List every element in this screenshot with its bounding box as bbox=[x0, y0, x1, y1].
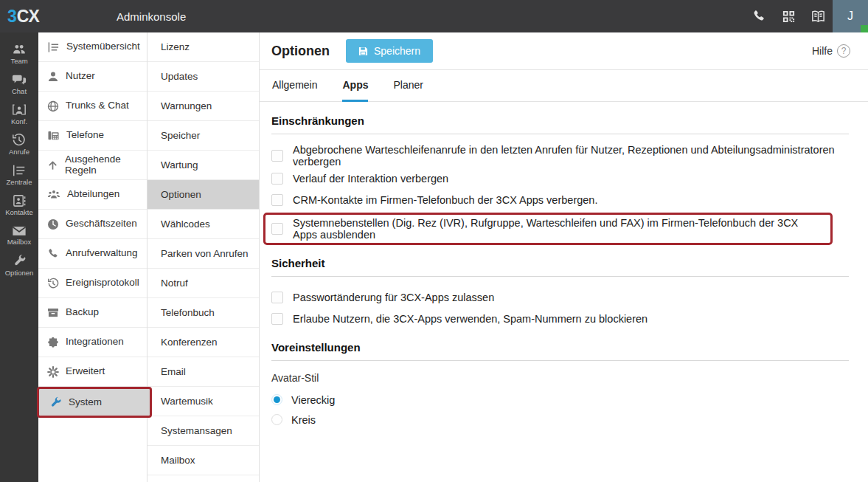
checkbox-allow-password-change[interactable] bbox=[271, 292, 283, 303]
user-avatar[interactable]: J bbox=[833, 0, 868, 32]
rail-item-chat[interactable]: Chat bbox=[0, 69, 38, 99]
help-question-icon: ? bbox=[837, 44, 850, 58]
nav-item-systemuebersicht[interactable]: Systemübersicht bbox=[38, 32, 147, 62]
phone-icon[interactable] bbox=[744, 0, 774, 32]
nav-item-ausgehende-regeln[interactable]: Ausgehende Regeln bbox=[38, 151, 147, 180]
nav-item-mailbox[interactable]: Mailbox bbox=[147, 446, 259, 475]
nav-item-abteilungen[interactable]: Abteilungen bbox=[38, 180, 147, 210]
nav-item-label: Email bbox=[161, 366, 186, 377]
checkbox-hide-crm-contacts[interactable] bbox=[271, 194, 283, 206]
archive-icon bbox=[47, 307, 59, 318]
nav-item-wartemusik[interactable]: Wartemusik bbox=[147, 387, 259, 416]
checkbox-label: Verlauf der Interaktion verbergen bbox=[293, 173, 448, 185]
nav-item-wartung[interactable]: Wartung bbox=[147, 151, 259, 180]
qr-code-icon[interactable] bbox=[774, 0, 803, 32]
rail-item-team[interactable]: Team bbox=[0, 38, 38, 69]
contacts-icon bbox=[13, 194, 27, 207]
admin-console: 3 CX Adminkonsole J Team bbox=[0, 0, 868, 482]
nav-item-label: Integrationen bbox=[66, 337, 124, 348]
rail-item-options[interactable]: Optionen bbox=[0, 250, 38, 280]
nav-item-lizenz[interactable]: Lizenz bbox=[147, 32, 259, 62]
save-button[interactable]: Speichern bbox=[346, 39, 433, 63]
checkbox-hide-interaction-history[interactable] bbox=[271, 173, 283, 185]
rail-item-conference[interactable]: Konf. bbox=[0, 99, 38, 129]
nav-item-parken-von-anrufen[interactable]: Parken von Anrufen bbox=[147, 239, 259, 269]
app-title: Adminkonsole bbox=[117, 10, 186, 23]
settings-content: Einschränkungen Abgebrochene Warteschlei… bbox=[260, 102, 868, 430]
nav-item-backup[interactable]: Backup bbox=[38, 298, 147, 328]
radio-label: Viereckig bbox=[291, 394, 335, 406]
checkbox-row-allow-spam-blocking: Erlaube Nutzern, die 3CX-Apps verwenden,… bbox=[271, 308, 849, 329]
checkbox-row-hide-abandoned-queue-calls: Abgebrochene Warteschleifenanrufe in den… bbox=[271, 144, 849, 168]
topbar-actions: J bbox=[744, 0, 868, 32]
rail-item-mailbox[interactable]: Mailbox bbox=[0, 220, 38, 250]
nav-item-telefone[interactable]: Telefone bbox=[38, 121, 147, 151]
section-heading-security: Sicherheit bbox=[271, 257, 849, 277]
nav-item-label: Telefone bbox=[66, 130, 104, 141]
nav-item-email[interactable]: Email bbox=[147, 357, 259, 387]
tab-bar: Allgemein Apps Planer bbox=[260, 70, 868, 102]
avatar-style-label: Avatar-Stil bbox=[271, 372, 849, 384]
nav-item-label: Konferenzen bbox=[161, 337, 218, 348]
checkbox-allow-spam-blocking[interactable] bbox=[271, 313, 283, 325]
nav-item-waehlcodes[interactable]: Wählcodes bbox=[147, 210, 259, 239]
nav-item-speicher[interactable]: Speicher bbox=[147, 121, 259, 151]
help-link[interactable]: Hilfe ? bbox=[812, 44, 850, 58]
nav-item-system[interactable]: System bbox=[37, 387, 152, 418]
nav-item-label: Optionen bbox=[161, 189, 201, 200]
nav-item-anrufverwaltung[interactable]: Anrufverwaltung bbox=[38, 239, 147, 269]
nav-item-telefonbuch[interactable]: Telefonbuch bbox=[147, 298, 259, 328]
nav-item-konferenzen[interactable]: Konferenzen bbox=[147, 328, 259, 357]
nav-item-label: Speicher bbox=[161, 130, 200, 141]
nav-item-updates[interactable]: Updates bbox=[147, 62, 259, 92]
nav-item-integrationen[interactable]: Integrationen bbox=[38, 328, 147, 357]
system-nav: Systemübersicht Nutzer Trunks & Chat Tel… bbox=[38, 32, 147, 482]
checkbox-label: Erlaube Nutzern, die 3CX-Apps verwenden,… bbox=[293, 313, 647, 325]
tab-planer[interactable]: Planer bbox=[393, 70, 423, 102]
rail-item-calls[interactable]: Anrufe bbox=[0, 129, 38, 159]
nav-item-geschaeftszeiten[interactable]: Geschäftszeiten bbox=[38, 210, 147, 239]
nav-item-nutzer[interactable]: Nutzer bbox=[38, 62, 147, 92]
nav-item-label: System bbox=[69, 397, 102, 408]
nav-item-systemansagen[interactable]: Systemansagen bbox=[147, 416, 259, 446]
nav-item-label: Ausgehende Regeln bbox=[65, 154, 144, 176]
puzzle-icon bbox=[47, 337, 59, 348]
nav-item-trunks-chat[interactable]: Trunks & Chat bbox=[38, 92, 147, 121]
nav-item-label: Abteilungen bbox=[67, 189, 119, 200]
nav-item-label: Mailbox bbox=[161, 455, 195, 466]
departments-icon bbox=[47, 189, 60, 200]
nav-item-label: Erweitert bbox=[66, 366, 105, 377]
rail-label: Konf. bbox=[11, 117, 27, 125]
deskphone-icon bbox=[47, 130, 60, 141]
nav-item-label: Notruf bbox=[161, 278, 188, 289]
nav-item-ereignisprotokoll[interactable]: Ereignisprotokoll bbox=[38, 269, 147, 298]
highlighted-checkbox-row-hide-system-extensions: Systemnebenstellen (Dig. Rez (IVR), Rufg… bbox=[263, 213, 833, 245]
checkbox-label: Systemnebenstellen (Dig. Rez (IVR), Rufg… bbox=[293, 217, 824, 241]
manual-book-icon[interactable] bbox=[803, 0, 833, 32]
checkbox-hide-system-extensions[interactable] bbox=[271, 223, 283, 235]
rail-item-contacts[interactable]: Kontakte bbox=[0, 190, 38, 220]
nav-item-label: Wartemusik bbox=[161, 396, 213, 407]
nav-item-notruf[interactable]: Notruf bbox=[147, 269, 259, 298]
checkbox-row-hide-crm-contacts: CRM-Kontakte im Firmen-Telefonbuch der 3… bbox=[271, 189, 849, 210]
rail-label: Optionen bbox=[5, 269, 34, 277]
nav-item-label: Systemansagen bbox=[161, 425, 232, 436]
radio-row-viereckig: Viereckig bbox=[271, 390, 849, 410]
rail-item-switchboard[interactable]: Zentrale bbox=[0, 159, 38, 190]
gear-icon bbox=[47, 366, 59, 378]
globe-icon bbox=[47, 100, 59, 112]
radio-viereckig[interactable] bbox=[271, 394, 282, 405]
avatar-initial: J bbox=[847, 10, 853, 23]
wrench-icon bbox=[49, 396, 62, 409]
tab-apps[interactable]: Apps bbox=[342, 70, 368, 102]
logo-part-gray: CX bbox=[17, 7, 39, 27]
arrow-up-icon bbox=[47, 159, 58, 171]
nav-item-erweitert[interactable]: Erweitert bbox=[38, 357, 147, 387]
nav-item-optionen[interactable]: Optionen bbox=[147, 180, 259, 210]
checkbox-hide-abandoned-queue-calls[interactable] bbox=[271, 150, 283, 162]
section-heading-presets: Voreinstellungen bbox=[271, 341, 849, 361]
radio-kreis[interactable] bbox=[271, 414, 282, 425]
tab-allgemein[interactable]: Allgemein bbox=[272, 70, 317, 102]
nav-item-label: Wählcodes bbox=[161, 218, 210, 230]
nav-item-warnungen[interactable]: Warnungen bbox=[147, 92, 259, 121]
